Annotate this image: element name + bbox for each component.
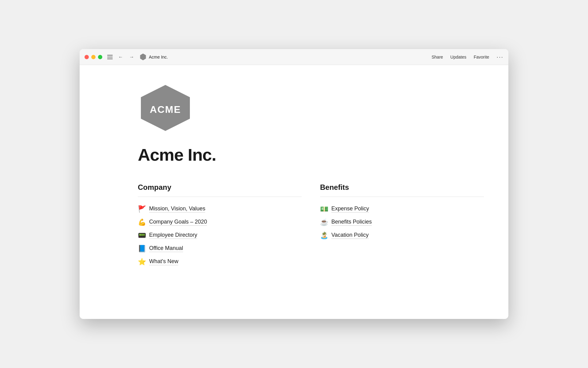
acme-logo-small xyxy=(140,54,146,60)
list-item-emoji: 🏝️ xyxy=(320,232,328,239)
list-item: 💵 Expense Policy xyxy=(320,203,484,215)
list-item-link[interactable]: Office Manual xyxy=(149,245,183,252)
more-options-button[interactable]: ··· xyxy=(496,53,503,60)
benefits-section: Benefits 💵 Expense Policy ☕ Benefits Pol… xyxy=(320,183,484,268)
title-bar-actions: Share Updates Favorite ··· xyxy=(432,53,503,60)
page-content: ACME Acme Inc. Company 🚩 Mission, Vision… xyxy=(80,65,508,319)
updates-button[interactable]: Updates xyxy=(450,55,466,59)
list-item-emoji: 📘 xyxy=(138,245,146,252)
company-section-heading: Company xyxy=(138,183,302,192)
page-title: Acme Inc. xyxy=(138,145,484,165)
favorite-button[interactable]: Favorite xyxy=(474,55,489,59)
benefits-divider xyxy=(320,197,484,197)
list-item-emoji: ⭐ xyxy=(138,259,146,265)
maximize-button[interactable] xyxy=(98,55,102,59)
list-item: 🚩 Mission, Vision, Values xyxy=(138,203,302,215)
company-list: 🚩 Mission, Vision, Values 💪 Company Goal… xyxy=(138,203,302,268)
menu-icon[interactable] xyxy=(107,55,113,59)
forward-button[interactable]: → xyxy=(127,53,136,61)
list-item-emoji: 💪 xyxy=(138,219,146,226)
svg-text:ACME: ACME xyxy=(150,104,181,115)
company-divider xyxy=(138,197,302,197)
close-button[interactable] xyxy=(85,55,89,59)
list-item: ☕ Benefits Policies xyxy=(320,216,484,228)
benefits-list: 💵 Expense Policy ☕ Benefits Policies 🏝️ … xyxy=(320,203,484,241)
title-info: Acme Inc. xyxy=(140,54,168,60)
benefits-section-heading: Benefits xyxy=(320,183,484,192)
list-item-emoji: 💵 xyxy=(320,206,328,213)
list-item: 📘 Office Manual xyxy=(138,243,302,255)
list-item-link[interactable]: Vacation Policy xyxy=(331,232,369,239)
company-section: Company 🚩 Mission, Vision, Values 💪 Comp… xyxy=(138,183,302,268)
list-item: 🏝️ Vacation Policy xyxy=(320,229,484,241)
title-bar: ← → Acme Inc. Share Updates Favorite ··· xyxy=(80,49,508,65)
list-item: ⭐ What's New xyxy=(138,256,302,268)
sections-grid: Company 🚩 Mission, Vision, Values 💪 Comp… xyxy=(138,183,484,268)
list-item-link[interactable]: Benefits Policies xyxy=(331,219,372,226)
list-item-link[interactable]: Mission, Vision, Values xyxy=(149,205,205,213)
list-item: 📟 Employee Directory xyxy=(138,229,302,241)
acme-hexagon-logo: ACME xyxy=(138,83,193,132)
minimize-button[interactable] xyxy=(91,55,96,59)
share-button[interactable]: Share xyxy=(432,55,443,59)
app-window: ← → Acme Inc. Share Updates Favorite ···… xyxy=(80,49,508,319)
list-item-emoji: 🚩 xyxy=(138,206,146,213)
window-title: Acme Inc. xyxy=(149,55,168,59)
list-item: 💪 Company Goals – 2020 xyxy=(138,216,302,228)
traffic-lights xyxy=(85,55,102,59)
list-item-link[interactable]: Expense Policy xyxy=(331,205,369,213)
back-button[interactable]: ← xyxy=(116,53,125,61)
list-item-link[interactable]: Company Goals – 2020 xyxy=(149,219,207,226)
acme-logo-wrapper: ACME xyxy=(138,83,484,132)
list-item-link[interactable]: What's New xyxy=(149,258,178,265)
nav-buttons: ← → xyxy=(116,53,136,61)
list-item-emoji: ☕ xyxy=(320,219,328,226)
list-item-emoji: 📟 xyxy=(138,232,146,239)
list-item-link[interactable]: Employee Directory xyxy=(149,232,197,239)
